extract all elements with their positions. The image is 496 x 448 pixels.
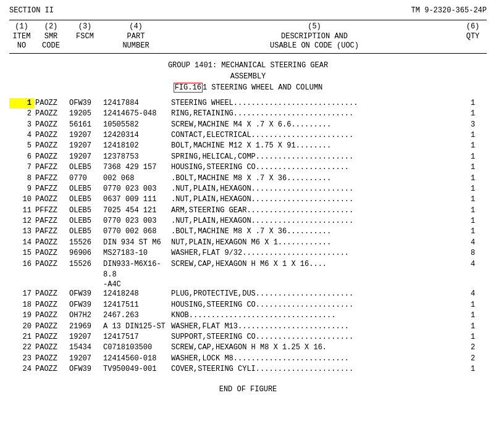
- cell-desc: HOUSING,STEERING CO.....................: [170, 162, 459, 173]
- cell-item-no: 3: [9, 120, 34, 130]
- fig-reference: FIG.16: [174, 83, 203, 93]
- cell-part: 7368 429 157: [102, 162, 170, 173]
- col-header-desc: (5) DESCRIPTION AND USABLE ON CODE (UOC): [170, 22, 459, 51]
- group-title-line1: GROUP 1401: MECHANICAL STEERING GEAR: [9, 60, 487, 71]
- cell-smr: PAOZZ: [34, 332, 68, 342]
- cell-fscm: OLEB5: [68, 162, 102, 173]
- cell-smr: PAFZZ: [34, 226, 68, 237]
- group-title-line2: ASSEMBLY: [9, 71, 487, 82]
- cell-fscm: 19207: [68, 332, 102, 342]
- cell-smr: PAFZZ: [34, 216, 68, 226]
- cell-part: 12420314: [102, 130, 170, 141]
- cell-desc: .NUT,PLAIN,HEXAGON......................…: [170, 184, 459, 194]
- cell-item-no: 1: [9, 98, 34, 109]
- table-row: 12PAFZZOLEB50770 023 003.NUT,PLAIN,HEXAG…: [9, 216, 487, 226]
- cell-part: 12414560-018: [102, 354, 170, 364]
- cell-fscm: OH7H2: [68, 310, 102, 321]
- cell-item-no: 11: [9, 205, 34, 216]
- continuation-row: -A4C: [9, 280, 487, 289]
- cell-part: 12418102: [102, 141, 170, 151]
- cell-desc: WASHER,FLAT M13.........................: [170, 321, 459, 332]
- cell-item-no: 10: [9, 194, 34, 205]
- cell-smr: PAOZZ: [34, 342, 68, 353]
- cell-smr: PAOZZ: [34, 248, 68, 259]
- cell-item-no: 16: [9, 259, 34, 281]
- cell-fscm: 0770: [68, 173, 102, 184]
- cell-qty: 3: [459, 120, 487, 130]
- continuation-part: -A4C: [102, 280, 170, 289]
- cell-qty: 1: [459, 310, 487, 321]
- cell-smr: PAOZZ: [34, 98, 68, 109]
- cell-smr: PAOZZ: [34, 130, 68, 141]
- table-row: 24PAOZZOFW39TV950049-001COVER,STEERING C…: [9, 364, 487, 375]
- cell-smr: PAOZZ: [34, 141, 68, 151]
- table-row: 1PAOZZOFW3912417884STEERING WHEEL.......…: [9, 98, 487, 109]
- cell-smr: PAOZZ: [34, 321, 68, 332]
- table-row: 20PAOZZ21969A 13 DIN125-STWASHER,FLAT M1…: [9, 321, 487, 332]
- cell-item-no: 9: [9, 184, 34, 194]
- cell-qty: 1: [459, 205, 487, 216]
- cell-qty: 1: [459, 184, 487, 194]
- cell-qty: 8: [459, 248, 487, 259]
- cell-item-no: 19: [9, 310, 34, 321]
- cell-item-no: 5: [9, 141, 34, 151]
- cell-fscm: OLEB5: [68, 216, 102, 226]
- group-title-line3: FIG.161 STEERING WHEEL AND COLUMN: [9, 82, 487, 93]
- cell-part: A 13 DIN125-ST: [102, 321, 170, 332]
- cell-qty: 1: [459, 141, 487, 151]
- cell-part: C0718103500: [102, 342, 170, 353]
- cell-part: 0637 009 111: [102, 194, 170, 205]
- cell-item-no: 17: [9, 289, 34, 299]
- cell-qty: 4: [459, 238, 487, 248]
- tm-number: TM 9-2320-365-24P: [411, 6, 487, 15]
- table-row: 14PAOZZ15526DIN 934 ST M6NUT,PLAIN,HEXAG…: [9, 238, 487, 248]
- cell-part: DIN 934 ST M6: [102, 238, 170, 248]
- cell-part: 7025 454 121: [102, 205, 170, 216]
- cell-desc: SCREW,CAP,HEXAGON H M8 X 1.25 X 16.: [170, 342, 459, 353]
- cell-desc: CONTACT,ELECTRICAL......................…: [170, 130, 459, 141]
- cell-desc: SCREW,MACHINE M4 X .7 X 6.6.........: [170, 120, 459, 130]
- section-label: SECTION II: [9, 6, 54, 15]
- cell-fscm: 15526: [68, 238, 102, 248]
- cell-desc: SPRING,HELICAL,COMP.....................…: [170, 152, 459, 162]
- cell-part: 10505582: [102, 120, 170, 130]
- cell-part: 2467.263: [102, 310, 170, 321]
- cell-desc: ARM,STEERING GEAR.......................…: [170, 205, 459, 216]
- group-title-suffix: 1 STEERING WHEEL AND COLUMN: [203, 83, 322, 92]
- cell-item-no: 18: [9, 300, 34, 310]
- cell-fscm: OFW39: [68, 300, 102, 310]
- cell-desc: COVER,STEERING CYLI.....................…: [170, 364, 459, 375]
- table-row: 6PAOZZ1920712378753SPRING,HELICAL,COMP..…: [9, 152, 487, 162]
- cell-fscm: 19205: [68, 109, 102, 119]
- cell-smr: PAFZZ: [34, 184, 68, 194]
- cell-qty: 1: [459, 216, 487, 226]
- end-figure-label: END OF FIGURE: [9, 385, 487, 394]
- cell-fscm: 19207: [68, 130, 102, 141]
- cell-desc: KNOB.................................: [170, 310, 459, 321]
- cell-smr: PAOZZ: [34, 310, 68, 321]
- cell-fscm: 19207: [68, 152, 102, 162]
- cell-fscm: 56161: [68, 120, 102, 130]
- cell-qty: 1: [459, 226, 487, 237]
- cell-item-no: 15: [9, 248, 34, 259]
- cell-qty: 1: [459, 98, 487, 109]
- cell-smr: PAOZZ: [34, 238, 68, 248]
- cell-desc: .BOLT,MACHINE M8 X .7 X 36..........: [170, 226, 459, 237]
- cell-part: 12414675-048: [102, 109, 170, 119]
- table-row: 4PAOZZ1920712420314CONTACT,ELECTRICAL...…: [9, 130, 487, 141]
- cell-qty: 1: [459, 321, 487, 332]
- cell-part: DIN933-M6X16-8.8: [102, 259, 170, 281]
- cell-fscm: 96906: [68, 248, 102, 259]
- group-title: GROUP 1401: MECHANICAL STEERING GEAR ASS…: [9, 60, 487, 93]
- cell-part: 0770 002 068: [102, 226, 170, 237]
- col-header-smr: (2) SMR CODE: [34, 22, 68, 51]
- cell-item-no: 4: [9, 130, 34, 141]
- table-row: 17PAOZZOFW3912418248PLUG,PROTECTIVE,DUS.…: [9, 289, 487, 299]
- cell-item-no: 21: [9, 332, 34, 342]
- cell-part: 12417517: [102, 332, 170, 342]
- table-row: 10PAOZZOLEB50637 009 111.NUT,PLAIN,HEXAG…: [9, 194, 487, 205]
- cell-part: 002 068: [102, 173, 170, 184]
- cell-smr: PAOZZ: [34, 120, 68, 130]
- cell-qty: 1: [459, 332, 487, 342]
- table-row: 22PAOZZ15434C0718103500SCREW,CAP,HEXAGON…: [9, 342, 487, 353]
